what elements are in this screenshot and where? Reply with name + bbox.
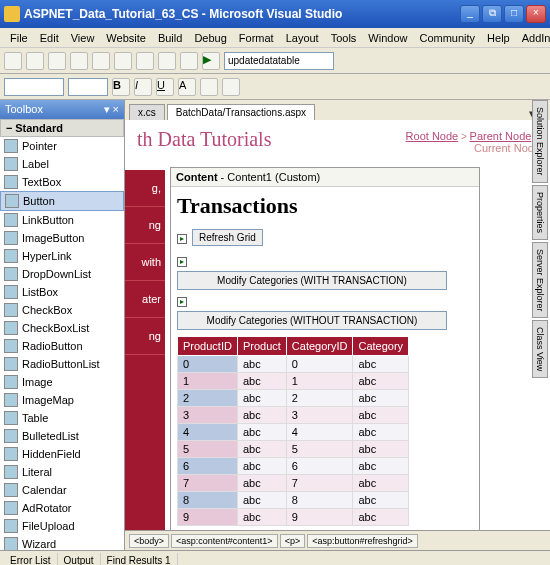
minimize-button[interactable]: _	[460, 5, 480, 23]
save-icon[interactable]	[48, 52, 66, 70]
menu-addins[interactable]: AddIns	[516, 30, 550, 45]
align-center-icon[interactable]	[222, 78, 240, 96]
bc-root[interactable]: Root Node	[406, 130, 459, 142]
nav-item[interactable]: ng	[125, 207, 165, 244]
table-row[interactable]: 0abc0abc	[178, 356, 409, 373]
toolbox-item-wizard[interactable]: Wizard	[0, 535, 124, 550]
toolbox-item-listbox[interactable]: ListBox	[0, 283, 124, 301]
saveall-icon[interactable]	[70, 52, 88, 70]
menu-build[interactable]: Build	[152, 30, 188, 45]
menu-layout[interactable]: Layout	[280, 30, 325, 45]
nav-item[interactable]: ng	[125, 318, 165, 355]
toolbox-item-radiobutton[interactable]: RadioButton	[0, 337, 124, 355]
toolbox-item-textbox[interactable]: TextBox	[0, 173, 124, 191]
toolbox-item-bulletedlist[interactable]: BulletedList	[0, 427, 124, 445]
nav-item[interactable]: with	[125, 244, 165, 281]
menu-format[interactable]: Format	[233, 30, 280, 45]
refresh-button[interactable]: Refresh Grid	[192, 229, 263, 246]
table-row[interactable]: 6abc6abc	[178, 458, 409, 475]
bottom-tab[interactable]: Output	[58, 553, 101, 565]
toolbox-item-dropdownlist[interactable]: DropDownList	[0, 265, 124, 283]
redo-icon[interactable]	[180, 52, 198, 70]
table-row[interactable]: 9abc9abc	[178, 509, 409, 526]
nav-item[interactable]: ater	[125, 281, 165, 318]
page-link[interactable]: 2	[464, 529, 470, 530]
toolbox-item-imagemap[interactable]: ImageMap	[0, 391, 124, 409]
smart-tag-icon[interactable]: ▸	[177, 234, 187, 244]
tab-active[interactable]: BatchData/Transactions.aspx	[167, 104, 315, 120]
toolbox-item-checkbox[interactable]: CheckBox	[0, 301, 124, 319]
design-surface[interactable]: th Data Tutorials Root Node > Parent Nod…	[125, 120, 550, 530]
toolbox-item-pointer[interactable]: Pointer	[0, 137, 124, 155]
col-header[interactable]: Category	[353, 337, 409, 356]
toolbox-item-imagebutton[interactable]: ImageButton	[0, 229, 124, 247]
side-tab-solution-explorer[interactable]: Solution Explorer	[532, 100, 548, 183]
menu-tools[interactable]: Tools	[325, 30, 363, 45]
toolbox-item-checkboxlist[interactable]: CheckBoxList	[0, 319, 124, 337]
toolbox-item-radiobuttonlist[interactable]: RadioButtonList	[0, 355, 124, 373]
table-row[interactable]: 5abc5abc	[178, 441, 409, 458]
menu-help[interactable]: Help	[481, 30, 516, 45]
nav-item[interactable]: g,	[125, 170, 165, 207]
col-header[interactable]: Product	[237, 337, 286, 356]
maximize-button[interactable]: □	[504, 5, 524, 23]
pin-icon[interactable]: ▾ ×	[104, 103, 119, 116]
cut-icon[interactable]	[92, 52, 110, 70]
menu-debug[interactable]: Debug	[188, 30, 232, 45]
menu-view[interactable]: View	[65, 30, 101, 45]
font-combo[interactable]	[4, 78, 64, 96]
content-placeholder[interactable]: Content - Content1 (Custom) Transactions…	[170, 167, 480, 530]
toolbox-item-table[interactable]: Table	[0, 409, 124, 427]
table-row[interactable]: 1abc1abc	[178, 373, 409, 390]
toolbox-category[interactable]: − Standard	[0, 119, 124, 137]
toolbox-item-adrotator[interactable]: AdRotator	[0, 499, 124, 517]
paste-icon[interactable]	[136, 52, 154, 70]
without-transaction-button[interactable]: Modify Categories (WITHOUT TRANSACTION)	[177, 311, 447, 330]
menu-file[interactable]: File	[4, 30, 34, 45]
toolbox-item-calendar[interactable]: Calendar	[0, 481, 124, 499]
toolbox-item-image[interactable]: Image	[0, 373, 124, 391]
bottom-tab[interactable]: Error List	[4, 553, 58, 565]
toolbox-item-hyperlink[interactable]: HyperLink	[0, 247, 124, 265]
tag-path-item[interactable]: <asp:button#refreshgrid>	[307, 534, 418, 548]
copy-icon[interactable]	[114, 52, 132, 70]
underline-icon[interactable]: U	[156, 78, 174, 96]
close-button[interactable]: ×	[526, 5, 546, 23]
table-row[interactable]: 4abc4abc	[178, 424, 409, 441]
table-row[interactable]: 8abc8abc	[178, 492, 409, 509]
col-header[interactable]: CategoryID	[286, 337, 353, 356]
bottom-tab[interactable]: Find Results 1	[101, 553, 178, 565]
toolbox-item-literal[interactable]: Literal	[0, 463, 124, 481]
side-tab-properties[interactable]: Properties	[532, 185, 548, 240]
with-transaction-button[interactable]: Modify Categories (WITH TRANSACTION)	[177, 271, 447, 290]
smart-tag-icon[interactable]: ▸	[177, 297, 187, 307]
col-header[interactable]: ProductID	[178, 337, 238, 356]
tag-path-item[interactable]: <p>	[280, 534, 306, 548]
toolbox-item-label[interactable]: Label	[0, 155, 124, 173]
toolbox-item-hiddenfield[interactable]: HiddenField	[0, 445, 124, 463]
size-combo[interactable]	[68, 78, 108, 96]
side-tab-class-view[interactable]: Class View	[532, 320, 548, 378]
tab-inactive[interactable]: x.cs	[129, 104, 165, 120]
menu-community[interactable]: Community	[413, 30, 481, 45]
config-combo[interactable]	[224, 52, 334, 70]
align-left-icon[interactable]	[200, 78, 218, 96]
table-row[interactable]: 7abc7abc	[178, 475, 409, 492]
undo-icon[interactable]	[158, 52, 176, 70]
tag-path-item[interactable]: <body>	[129, 534, 169, 548]
color-icon[interactable]: A	[178, 78, 196, 96]
table-row[interactable]: 3abc3abc	[178, 407, 409, 424]
restore-button[interactable]: ⧉	[482, 5, 502, 23]
new-icon[interactable]	[4, 52, 22, 70]
toolbox-item-fileupload[interactable]: FileUpload	[0, 517, 124, 535]
menu-edit[interactable]: Edit	[34, 30, 65, 45]
open-icon[interactable]	[26, 52, 44, 70]
tag-path-item[interactable]: <asp:content#content1>	[171, 534, 278, 548]
side-tab-server-explorer[interactable]: Server Explorer	[532, 242, 548, 319]
run-icon[interactable]: ▶	[202, 52, 220, 70]
menu-website[interactable]: Website	[100, 30, 152, 45]
bc-parent[interactable]: Parent Node	[470, 130, 532, 142]
bold-icon[interactable]: B	[112, 78, 130, 96]
menu-window[interactable]: Window	[362, 30, 413, 45]
toolbox-item-button[interactable]: Button	[0, 191, 124, 211]
